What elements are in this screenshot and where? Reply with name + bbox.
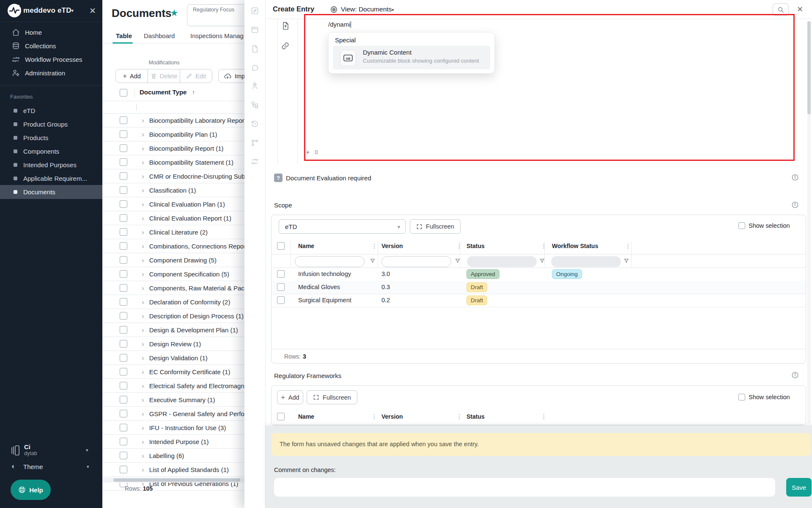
save-button[interactable]: Save <box>786 478 812 497</box>
expand-chevron-icon[interactable]: › <box>142 424 144 431</box>
row-checkbox[interactable] <box>120 410 127 417</box>
sidebar-item-workflow-processes[interactable]: Workflow Processes <box>0 52 102 66</box>
view-caret-icon[interactable]: ▾ <box>392 7 394 13</box>
row-checkbox[interactable] <box>120 256 127 264</box>
document-type-row[interactable]: ›Description of Design Process (1) <box>102 309 244 323</box>
expand-chevron-icon[interactable]: › <box>142 410 144 417</box>
fullscreen-button[interactable]: Fullscreen <box>410 219 461 234</box>
theme-caret-icon[interactable]: ▾ <box>87 464 89 469</box>
expand-chevron-icon[interactable]: › <box>142 243 144 250</box>
expand-chevron-icon[interactable]: › <box>142 396 144 403</box>
row-checkbox[interactable] <box>120 172 127 180</box>
document-type-row[interactable]: ›Design Review (1) <box>102 337 244 351</box>
expand-chevron-icon[interactable]: › <box>142 284 144 292</box>
show-selection-toggle[interactable]: Show selection <box>738 222 790 229</box>
row-checkbox[interactable] <box>120 424 127 431</box>
row-checkbox[interactable] <box>120 284 127 292</box>
delete-button[interactable]: Delete <box>148 69 180 83</box>
add-framework-button[interactable]: + Add <box>277 390 303 404</box>
sidebar-item-etd[interactable]: eTD <box>0 104 102 118</box>
sidebar-item-administration[interactable]: Administration <box>0 66 102 80</box>
filter-funnel-icon[interactable] <box>370 258 376 264</box>
row-checkbox[interactable] <box>120 158 127 166</box>
document-type-row[interactable]: ›Biocompatibility Laboratory Report ( <box>102 113 244 127</box>
filter-funnel-icon[interactable] <box>455 258 461 264</box>
version-filter-input[interactable] <box>381 256 451 267</box>
version-branch-icon[interactable] <box>251 139 259 147</box>
expand-chevron-icon[interactable]: › <box>142 187 144 194</box>
column-menu-icon[interactable]: ⋮ <box>456 413 462 420</box>
expand-chevron-icon[interactable]: › <box>142 368 144 375</box>
regulatory-focus-filter[interactable]: Regulatory Focus <box>187 4 244 26</box>
expand-chevron-icon[interactable]: › <box>142 117 144 124</box>
sidebar-item-documents[interactable]: Documents <box>0 185 102 199</box>
tab-inspections-management[interactable]: Inspections Manag <box>190 32 244 39</box>
editor-slash-command[interactable]: /dynami <box>328 21 351 28</box>
sidebar-item-components[interactable]: Components <box>0 144 102 158</box>
scope-table-row[interactable]: Infusion technology3.0ApprovedOngoing <box>272 268 806 281</box>
tab-table[interactable]: Table <box>116 32 132 39</box>
horizontal-scrollbar-thumb[interactable] <box>113 478 240 482</box>
scope-table-row[interactable]: Surgical Equipment0.2Draft <box>272 294 806 307</box>
document-type-row[interactable]: ›Classification (1) <box>102 183 244 197</box>
row-checkbox[interactable] <box>120 270 127 278</box>
show-selection-checkbox[interactable] <box>738 222 745 229</box>
document-type-row[interactable]: ›Labelling (6) <box>102 449 244 463</box>
document-type-row[interactable]: ›Clinical Evaluation Plan (1) <box>102 197 244 211</box>
row-checkbox[interactable] <box>120 144 127 152</box>
row-checkbox[interactable] <box>120 368 127 375</box>
row-checkbox[interactable] <box>120 312 127 320</box>
show-selection-checkbox[interactable] <box>738 394 745 400</box>
history-icon[interactable] <box>251 120 259 128</box>
column-menu-icon[interactable]: ⋮ <box>541 243 547 249</box>
row-checkbox[interactable] <box>120 228 127 236</box>
expand-chevron-icon[interactable]: › <box>142 271 144 278</box>
dynamic-content-option[interactable]: AB Dynamic Content Customizable block sh… <box>333 46 490 69</box>
drawer-scrollbar-thumb[interactable] <box>807 21 811 114</box>
show-selection-toggle[interactable]: Show selection <box>738 394 790 400</box>
drag-handle-icon[interactable]: ⠿ <box>314 149 318 156</box>
scope-table-row[interactable]: Medical Gloves0.3Draft <box>272 281 806 294</box>
row-checkbox[interactable] <box>120 466 127 473</box>
view-selector[interactable]: View: Documents <box>341 6 392 13</box>
info-icon[interactable] <box>791 174 799 181</box>
row-checkbox[interactable] <box>277 270 285 278</box>
fullscreen-button[interactable]: Fullscreen <box>307 390 357 404</box>
sidebar-item-applicable-requirements[interactable]: Applicable Requirem... <box>0 171 102 185</box>
row-checkbox[interactable] <box>120 116 127 124</box>
document-type-row[interactable]: ›Clinical Evaluation Report (1) <box>102 211 244 225</box>
drawer-scrollbar[interactable] <box>807 21 811 423</box>
info-icon[interactable] <box>791 201 799 209</box>
document-type-row[interactable]: ›Design & Development Plan (1) <box>102 323 244 337</box>
expand-chevron-icon[interactable]: › <box>142 452 144 459</box>
sidebar-item-intended-purposes[interactable]: Intended Purposes <box>0 158 102 172</box>
expand-chevron-icon[interactable]: › <box>142 145 144 152</box>
select-all-checkbox[interactable] <box>277 242 285 250</box>
row-checkbox[interactable] <box>120 298 127 306</box>
row-checkbox[interactable] <box>120 382 127 389</box>
expand-chevron-icon[interactable]: › <box>142 354 144 362</box>
document-type-row[interactable]: ›Components, Raw Material & Packag <box>102 281 244 295</box>
expand-chevron-icon[interactable]: › <box>142 340 144 348</box>
row-checkbox[interactable] <box>120 354 127 362</box>
document-type-row[interactable]: ›Design Validation (1) <box>102 351 244 365</box>
sidebar-item-product-groups[interactable]: Product Groups <box>0 117 102 131</box>
document-type-row[interactable]: ›Declaration of Conformity (2) <box>102 295 244 309</box>
document-type-row[interactable]: ›Executive Summary (1) <box>102 393 244 407</box>
column-menu-icon[interactable]: ⋮ <box>456 243 462 249</box>
expand-chevron-icon[interactable]: › <box>142 215 144 222</box>
document-type-row[interactable]: ›CMR or Endocrine-Disrupting Substa <box>102 169 244 183</box>
evaluation-indeterminate-checkbox[interactable]: ? <box>274 174 283 182</box>
help-button[interactable]: Help <box>11 480 51 500</box>
import-button[interactable]: Imp <box>218 69 244 83</box>
column-header-status[interactable]: Status <box>466 413 485 420</box>
app-switch-caret-icon[interactable]: ▾ <box>71 8 74 14</box>
document-type-row[interactable]: ›Biocompatibility Plan (1) <box>102 127 244 141</box>
user-account[interactable]: Ci dytab <box>24 444 37 457</box>
expand-chevron-icon[interactable]: › <box>142 229 144 236</box>
column-header-status[interactable]: Status <box>466 243 485 249</box>
hierarchy-tree-icon[interactable] <box>251 101 259 109</box>
document-type-row[interactable]: ›List of Applied Standards (1) <box>102 463 244 477</box>
add-button[interactable]: + Add <box>116 69 148 83</box>
comment-icon[interactable] <box>251 64 259 72</box>
